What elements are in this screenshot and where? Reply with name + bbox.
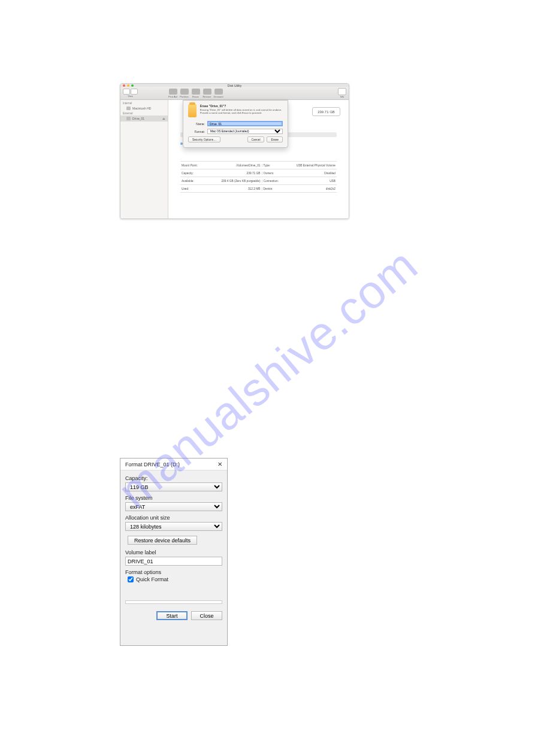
volume-label-input[interactable] [125, 557, 222, 566]
restore-defaults-button[interactable]: Restore device defaults [128, 536, 197, 545]
start-button[interactable]: Start [156, 611, 188, 620]
info-table: Mount Point: /Volumes/Drive_01 Type: USB… [180, 161, 337, 193]
disk-icon [126, 107, 131, 110]
available-key: Available: [180, 180, 210, 183]
sheet-message: Erasing "Drive_01" will delete all data … [200, 108, 283, 115]
used-key: Used: [180, 187, 210, 190]
titlebar: Format DRIVE_01 (D:) ✕ [120, 459, 227, 470]
sidebar-item-label: Macintosh HD [132, 107, 151, 110]
capacity-key: Capacity: [180, 172, 210, 175]
device-val: disk2s2 [286, 187, 337, 190]
folder-icon [188, 104, 197, 117]
format-dialog: Format DRIVE_01 (D:) ✕ Capacity: 119 GB … [120, 458, 228, 646]
sidebar-header-external: External [120, 111, 168, 116]
owners-key: Owners: [262, 172, 286, 175]
capacity-select[interactable]: 119 GB [125, 482, 222, 491]
available-val: 239.4 GB (Zero KB purgeable) [210, 180, 262, 183]
firstaid-icon[interactable] [169, 89, 177, 95]
capacity-badge: 239.71 GB [312, 107, 340, 116]
owners-val: Disabled [286, 172, 337, 175]
sidebar-item-macintosh-hd[interactable]: Macintosh HD [120, 105, 168, 111]
firstaid-label: First Aid [168, 95, 177, 98]
cancel-button[interactable]: Cancel [247, 136, 265, 142]
erase-button[interactable]: Erase [267, 136, 283, 142]
format-label: Format: [188, 130, 205, 133]
capacity-label: Capacity: [125, 475, 222, 481]
restore-icon[interactable] [203, 89, 211, 95]
sheet-title: Erase "Drive_01"? [200, 104, 283, 108]
connection-val: USB [286, 180, 337, 183]
view-label: View [128, 95, 133, 98]
connection-key: Connection: [262, 180, 286, 183]
sidebar: Internal Macintosh HD External Drive_01 … [120, 100, 168, 218]
progress-bar [125, 600, 222, 604]
mount-point-val: /Volumes/Drive_01 [210, 164, 262, 167]
device-key: Device: [262, 187, 286, 190]
partition-label: Partition [180, 95, 189, 98]
sidebar-item-drive01[interactable]: Drive_01 ⏏ [120, 116, 168, 122]
format-options-label: Format options [125, 569, 222, 575]
info-button[interactable] [338, 88, 346, 95]
mount-point-key: Mount Point: [180, 164, 210, 167]
quick-format-label: Quick Format [136, 576, 168, 582]
restore-label: Restore [202, 95, 211, 98]
table-row: Used: 312.2 MB Device: disk2s2 [180, 185, 337, 193]
view-toggle[interactable] [123, 89, 130, 95]
erase-label: Erase [192, 95, 198, 98]
table-row: Available: 239.4 GB (Zero KB purgeable) … [180, 177, 337, 185]
format-select[interactable]: Mac OS Extended (Journaled) [207, 129, 283, 134]
table-row: Capacity: 239.71 GB Owners: Disabled [180, 169, 337, 177]
used-val: 312.2 MB [210, 187, 262, 190]
name-label: Name: [188, 122, 205, 126]
table-row: Mount Point: /Volumes/Drive_01 Type: USB… [180, 162, 337, 169]
type-val: USB External Physical Volume [286, 164, 337, 167]
close-icon[interactable]: ✕ [216, 461, 223, 468]
erase-sheet: Erase "Drive_01"? Erasing "Drive_01" wil… [183, 100, 288, 148]
erase-icon[interactable] [192, 89, 200, 95]
security-options-button[interactable]: Security Options… [188, 136, 220, 142]
close-button[interactable]: Close [191, 611, 222, 620]
volume-label-label: Volume label [125, 549, 222, 555]
name-input[interactable] [207, 121, 283, 126]
eject-icon[interactable]: ⏏ [162, 117, 165, 120]
quick-format-checkbox[interactable] [128, 576, 134, 582]
unmount-label: Unmount [213, 95, 223, 98]
allocation-label: Allocation unit size [125, 515, 222, 521]
window-title: Format DRIVE_01 (D:) [125, 462, 216, 467]
disk-icon [126, 117, 131, 120]
partition-icon[interactable] [180, 89, 189, 95]
allocation-select[interactable]: 128 kilobytes [125, 522, 222, 531]
window-title: Disk Utility [120, 84, 349, 87]
capacity-val: 239.71 GB [210, 172, 262, 175]
filesystem-select[interactable]: exFAT [125, 502, 222, 511]
info-label: Info [340, 95, 344, 98]
sidebar-item-label: Drive_01 [132, 117, 144, 120]
view-toggle-alt[interactable] [131, 89, 138, 95]
toolbar: View First Aid Partition Erase Restore U… [120, 87, 349, 100]
sidebar-header-internal: Internal [120, 101, 168, 105]
titlebar: Disk Utility [120, 84, 349, 87]
type-key: Type: [262, 164, 286, 167]
filesystem-label: File system [125, 495, 222, 501]
unmount-icon[interactable] [214, 89, 223, 95]
disk-utility-window: Disk Utility View First Aid Partition Er… [120, 83, 349, 219]
